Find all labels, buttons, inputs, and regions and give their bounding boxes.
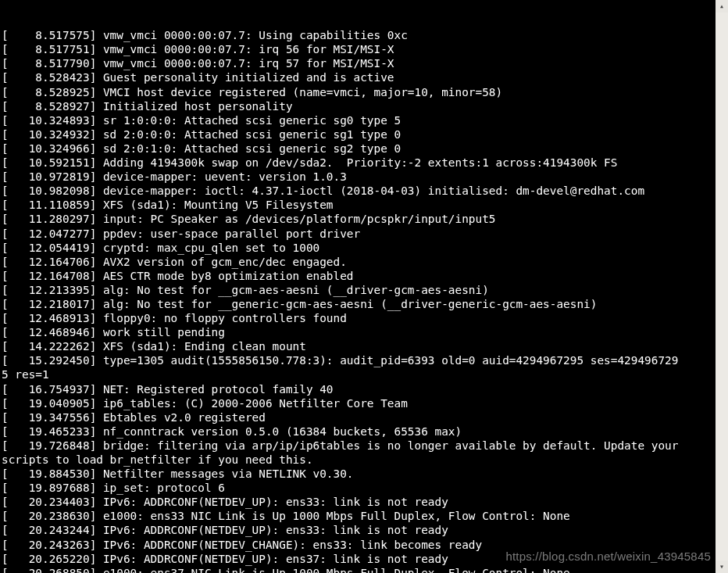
scrollbar-track[interactable] <box>716 13 728 560</box>
vertical-scrollbar[interactable]: ▴ ▾ <box>716 0 728 573</box>
terminal-output[interactable]: [ 8.517575] vmw_vmci 0000:00:07.7: Using… <box>0 0 728 573</box>
scroll-down-arrow-icon[interactable]: ▾ <box>716 560 728 573</box>
scroll-up-arrow-icon[interactable]: ▴ <box>716 0 728 13</box>
dmesg-lines: [ 8.517575] vmw_vmci 0000:00:07.7: Using… <box>2 28 726 573</box>
